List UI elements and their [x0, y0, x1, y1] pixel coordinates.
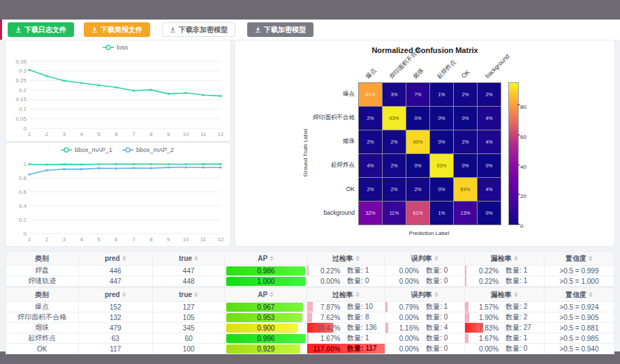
column-header: 类别	[6, 288, 79, 302]
column-header: 漏检率	[464, 288, 544, 302]
ap-cell: 0.929	[226, 344, 307, 354]
rate-cell: 0.79%数量: 1	[385, 302, 464, 312]
matrix-column-label: 熔珠	[412, 66, 427, 81]
ap-value: 0.900	[226, 324, 307, 333]
rate-percent: 1.57%	[469, 303, 499, 311]
download-encrypted-model-button[interactable]: 下载加密模型	[247, 22, 313, 37]
svg-text:7: 7	[132, 131, 135, 137]
matrix-cell: 32%	[359, 202, 382, 225]
rate-percent: 1.67%	[311, 335, 340, 342]
rate-cell: 0.00%数量: 0	[385, 344, 464, 354]
rate-count: 数量: 0	[426, 333, 459, 343]
matrix-cell: 3%	[383, 83, 406, 106]
svg-text:loss: loss	[117, 44, 128, 51]
matrix-column-label: background	[484, 53, 510, 79]
ap-value: 0.929	[226, 344, 307, 354]
matrix-row-label: background	[324, 209, 355, 216]
line-chart-canvas[interactable]: 00.050.10.150.20.250.30.3512345678910111…	[6, 40, 230, 141]
sort-caret[interactable]	[355, 256, 360, 261]
sort-caret[interactable]	[589, 256, 593, 261]
sort-caret[interactable]	[122, 292, 126, 297]
rate-bar	[307, 266, 309, 275]
left-accent-strip	[0, 20, 2, 40]
column-header-label: true	[179, 255, 192, 262]
rate-count: 数量: 1	[347, 266, 381, 275]
rate-percent: 0.00%	[390, 345, 419, 353]
matrix-cell: 1%	[430, 202, 453, 225]
rate-cell: 0.00%数量: 0	[307, 276, 384, 286]
line-chart-canvas[interactable]: 00.20.40.60.81123456789101112bbox_mAP_1b…	[6, 143, 230, 246]
rate-count: 数量: 136	[347, 323, 381, 333]
sort-caret[interactable]	[270, 292, 274, 297]
svg-text:10: 10	[183, 131, 189, 137]
sort-caret[interactable]	[589, 292, 593, 297]
confusion-matrix-xlabel: Prediction Label	[358, 230, 500, 236]
sort-caret[interactable]	[514, 256, 518, 261]
matrix-cell: 81%	[359, 83, 382, 106]
matrix-row-label: 熔珠	[343, 137, 355, 146]
rate-cell: 39.42%数量: 136	[307, 323, 384, 333]
true-cell: 127	[152, 302, 225, 312]
download-report-button[interactable]: 下载简报文件	[84, 22, 150, 37]
sort-caret[interactable]	[194, 256, 198, 261]
class-cell: 焊印面积不合格	[6, 312, 79, 323]
rate-cell: 0.22%数量: 1	[307, 266, 384, 275]
sort-caret[interactable]	[194, 292, 198, 297]
svg-text:1: 1	[28, 131, 31, 137]
sort-caret[interactable]	[122, 256, 126, 261]
download-icon	[255, 26, 261, 33]
rate-count: 数量: 1	[505, 333, 539, 343]
rate-cell: 0.00%数量: 0	[385, 266, 464, 275]
summary-table-defects: 类别predtrueAP过检率误判率漏检率置信度爆点1521270.9677.8…	[6, 287, 614, 354]
ap-cell: 0.953	[226, 313, 307, 322]
sort-caret[interactable]	[355, 292, 360, 297]
svg-text:0.4: 0.4	[19, 203, 27, 209]
svg-text:0.6: 0.6	[19, 189, 27, 195]
true-cell: 105	[152, 312, 225, 323]
svg-text:12: 12	[218, 131, 224, 137]
rate-count: 数量: 0	[426, 276, 459, 286]
svg-text:5: 5	[97, 236, 101, 243]
confidence-cell: >0.5 = 0.999	[544, 266, 614, 276]
class-cell: 爆点	[6, 302, 79, 312]
confidence-cell: >0.5 = 1.000	[544, 276, 614, 287]
rate-count: 数量: 0	[505, 344, 539, 354]
matrix-cell: 2%	[406, 178, 429, 201]
sort-caret[interactable]	[434, 292, 438, 297]
rate-percent: 39.42%	[311, 324, 340, 332]
loss-chart[interactable]: 00.050.10.150.20.250.30.3512345678910111…	[6, 40, 230, 144]
colorbar-tick-label: 0	[520, 223, 523, 229]
ap-cell: 0.996	[226, 334, 307, 343]
svg-text:12: 12	[218, 236, 224, 243]
column-header-label: pred	[105, 255, 120, 262]
bbox-map-chart[interactable]: 00.20.40.60.81123456789101112bbox_mAP_1b…	[6, 143, 230, 249]
svg-text:3: 3	[63, 236, 66, 243]
rate-percent: 0.22%	[469, 278, 499, 285]
sort-caret[interactable]	[434, 256, 438, 261]
rate-bar	[465, 333, 469, 343]
rate-percent: 0.22%	[311, 267, 340, 275]
rate-bar	[465, 312, 469, 322]
rate-bar	[385, 323, 389, 333]
svg-text:10: 10	[183, 236, 189, 243]
rate-percent: 7.62%	[311, 314, 340, 321]
svg-text:4: 4	[80, 236, 83, 243]
table-row: OK1171000.929117.00%数量: 1170.00%数量: 00.0…	[6, 344, 614, 354]
svg-text:11: 11	[200, 236, 207, 243]
sort-caret[interactable]	[514, 292, 518, 297]
column-header-label: AP	[258, 255, 267, 262]
svg-text:2: 2	[45, 236, 49, 243]
download-log-button[interactable]: 下载日志文件	[8, 22, 74, 37]
table-row: 起焊炸点63600.9961.67%数量: 10.00%数量: 01.67%数量…	[6, 333, 614, 344]
matrix-colorbar	[508, 82, 519, 225]
sort-caret[interactable]	[270, 256, 274, 261]
rate-count: 数量: 1	[505, 266, 539, 275]
download-unencrypted-model-button[interactable]: 下载非加密模型	[162, 22, 235, 37]
svg-text:5: 5	[97, 131, 101, 137]
pred-cell: 132	[78, 312, 152, 323]
button-label: 下载非加密模型	[179, 25, 228, 35]
pred-cell: 479	[78, 323, 152, 333]
matrix-row-label: OK	[346, 185, 355, 192]
svg-text:0.2: 0.2	[19, 217, 27, 223]
matrix-column-label: 爆点	[364, 66, 379, 81]
